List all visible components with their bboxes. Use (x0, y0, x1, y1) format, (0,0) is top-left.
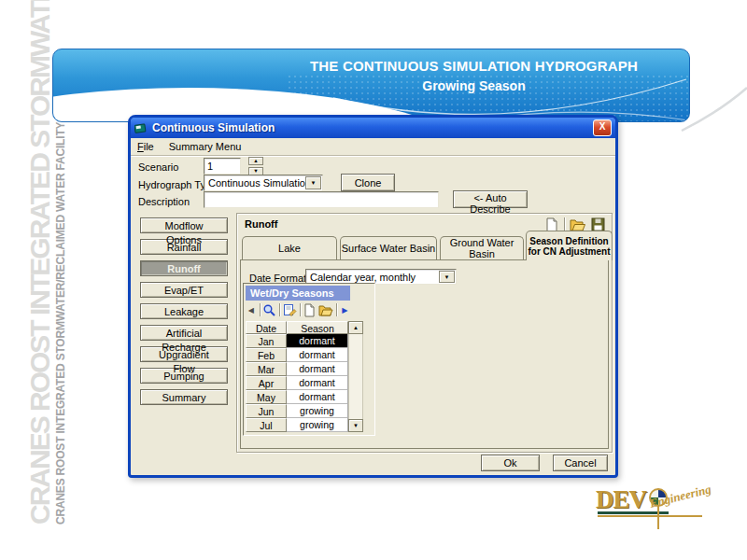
column-header-season: Season (287, 321, 348, 334)
scenario-input[interactable] (204, 158, 241, 175)
nav-artificial-recharge[interactable]: Artificial Recharge (140, 325, 228, 341)
tab-ground-water-basin[interactable]: Ground Water Basin (440, 236, 524, 259)
auto-describe-button[interactable]: <- Auto Describe (453, 190, 528, 208)
nav-summary[interactable]: Summary (140, 389, 228, 405)
runoff-panel: Runoff Lake Surface Water Basin Ground W… (236, 213, 613, 453)
panel-title: Runoff (245, 218, 277, 230)
row-header[interactable]: Jul (246, 418, 287, 432)
logo-script-text: Engineering (648, 482, 712, 511)
hydrograph-type-select[interactable]: Continuous Simulation ▼ (204, 175, 323, 191)
new-record-icon[interactable] (303, 302, 316, 317)
seasons-table: Date Jan Feb Mar Apr May Jun Jul Season … (246, 321, 373, 432)
cancel-button[interactable]: Cancel (553, 455, 608, 471)
scenario-label: Scenario (138, 161, 178, 173)
devo-engineering-logo: DEV Engineering (596, 485, 731, 532)
zoom-icon[interactable] (262, 302, 276, 317)
ok-button[interactable]: Ok (481, 455, 540, 471)
nav-pumping[interactable]: Pumping (140, 368, 228, 384)
season-cell-selected[interactable]: dormant (287, 334, 348, 348)
dialog-title: Continuous Simulation (152, 121, 275, 134)
nav-upgradient-flow[interactable]: Upgradient Flow (140, 346, 228, 362)
dialog-titlebar[interactable]: Continuous Simulation X (131, 118, 615, 138)
nav-modflow-options[interactable]: Modflow Options (140, 217, 228, 233)
dropdown-arrow-icon[interactable]: ▼ (305, 176, 321, 189)
toolbar-separator (279, 303, 280, 316)
continuous-simulation-dialog: Continuous Simulation X File Summary Men… (128, 115, 618, 478)
season-cell[interactable]: dormant (287, 390, 348, 404)
season-cell[interactable]: dormant (287, 376, 348, 390)
menu-summary[interactable]: Summary Menu (169, 141, 242, 152)
nav-column: Modflow Options Rainfall Runoff Evap/ET … (140, 217, 228, 411)
nav-runoff[interactable]: Runoff (140, 260, 228, 276)
nav-evap-et[interactable]: Evap/ET (140, 282, 228, 298)
row-header[interactable]: Mar (246, 362, 287, 376)
nav-rainfall[interactable]: Rainfall (140, 239, 228, 255)
window-icon (134, 122, 148, 134)
record-next-icon[interactable]: ▶ (339, 302, 350, 317)
open-record-icon[interactable] (318, 302, 333, 317)
side-watermark-large: CRANES ROOST INTEGRATED STORMWATER (24, 0, 56, 525)
logo-text: DEV (596, 485, 646, 514)
scenario-spinner: ▲ ▼ (248, 157, 263, 175)
row-header[interactable]: Apr (246, 376, 287, 390)
season-cell[interactable]: dormant (287, 348, 348, 362)
scroll-up-button[interactable]: ▲ (348, 321, 363, 334)
row-header[interactable]: Feb (246, 348, 287, 362)
grid-toolbar: ◀ ▶ (246, 301, 350, 319)
toolbar-separator (336, 303, 337, 316)
table-scrollbar: ▲ ▼ (348, 321, 363, 432)
tab-content: Date Format Calendar year, monthly ▼ Wet… (240, 259, 609, 449)
scroll-track[interactable] (348, 334, 363, 419)
grid-title: Wet/Dry Seasons (246, 286, 350, 301)
tab-surface-water-basin[interactable]: Surface Water Basin (340, 236, 437, 259)
tab-lake[interactable]: Lake (242, 236, 337, 259)
dropdown-arrow-icon[interactable]: ▼ (439, 271, 455, 283)
edit-record-icon[interactable] (283, 302, 297, 317)
clone-button[interactable]: Clone (341, 174, 395, 191)
toolbar-separator (260, 303, 261, 316)
side-watermark-small: CRANES ROOST INTEGRATED STORMWATER/RECLA… (54, 122, 67, 525)
toolbar-separator (300, 303, 301, 316)
row-header[interactable]: May (246, 390, 287, 404)
description-input[interactable] (204, 191, 439, 208)
logo-gold-bar (598, 515, 702, 517)
record-prev-icon[interactable]: ◀ (246, 302, 257, 317)
wet-dry-seasons-box: Wet/Dry Seasons ◀ (243, 283, 375, 436)
nav-leakage[interactable]: Leakage (140, 303, 228, 319)
row-header[interactable]: Jun (246, 404, 287, 418)
description-label: Description (138, 196, 190, 207)
row-header[interactable]: Jan (246, 334, 287, 348)
spinner-up-button[interactable]: ▲ (248, 157, 263, 165)
scroll-down-button[interactable]: ▼ (348, 419, 363, 432)
season-cell[interactable]: growing (287, 418, 348, 432)
season-cell[interactable]: growing (287, 404, 348, 418)
tab-season-definition[interactable]: Season Definition for CN Adjustment (526, 231, 613, 260)
season-cell[interactable]: dormant (287, 362, 348, 376)
close-button[interactable]: X (593, 119, 612, 136)
menu-file[interactable]: File (137, 141, 154, 152)
hydrograph-type-value: Continuous Simulation (208, 177, 311, 189)
date-format-value: Calendar year, monthly (310, 272, 416, 283)
menu-bar: File Summary Menu (131, 138, 615, 156)
column-header-date: Date (246, 321, 287, 334)
